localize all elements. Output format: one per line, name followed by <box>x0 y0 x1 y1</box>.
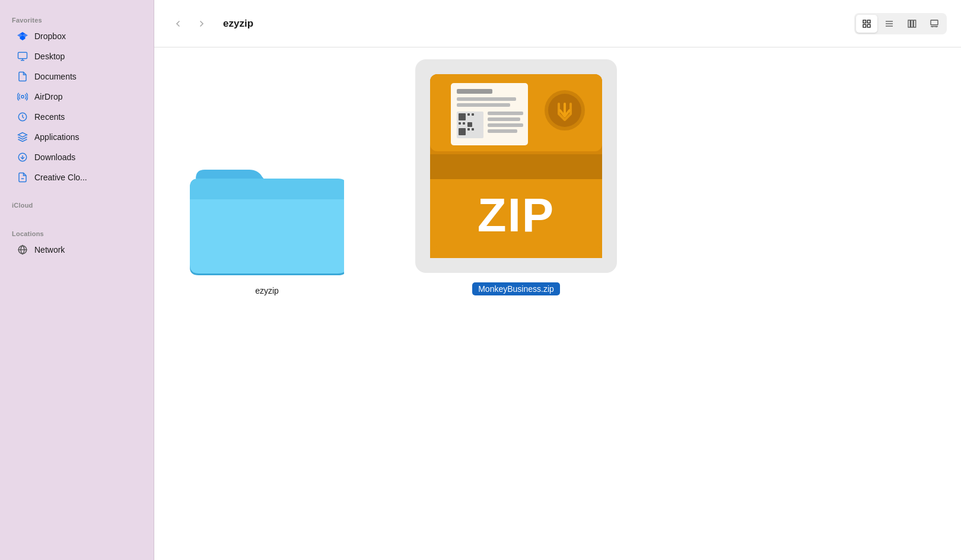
view-gallery-button[interactable] <box>924 15 945 33</box>
svg-rect-34 <box>459 113 466 120</box>
toolbar: ezyzip <box>154 0 961 47</box>
folder-label-ezyzip: ezyzip <box>255 286 279 295</box>
svg-rect-46 <box>488 129 517 133</box>
view-switcher <box>854 13 947 34</box>
sidebar-item-downloads[interactable]: Downloads <box>5 148 149 167</box>
sidebar-item-label-network: Network <box>34 245 65 254</box>
main-content: ezyzip <box>154 0 961 560</box>
sidebar-item-creative[interactable]: Creative Clo... <box>5 168 149 187</box>
svg-rect-10 <box>867 24 870 27</box>
files-grid: ezyzip <box>154 47 961 307</box>
svg-rect-45 <box>488 123 523 127</box>
airdrop-icon <box>17 91 28 103</box>
page-title: ezyzip <box>223 18 847 30</box>
svg-text:ZIP: ZIP <box>478 189 555 241</box>
svg-rect-41 <box>467 128 470 131</box>
sidebar-item-label-desktop: Desktop <box>34 52 65 61</box>
navigation-buttons <box>168 14 211 33</box>
svg-rect-44 <box>488 117 520 121</box>
sidebar-item-desktop[interactable]: Desktop <box>5 47 149 66</box>
svg-rect-42 <box>472 128 474 131</box>
folder-icon <box>190 146 344 276</box>
sidebar-item-label-airdrop: AirDrop <box>34 92 62 101</box>
svg-rect-14 <box>908 20 910 27</box>
svg-rect-38 <box>463 122 465 125</box>
sidebar-item-documents[interactable]: Documents <box>5 67 149 86</box>
svg-rect-39 <box>467 122 472 127</box>
svg-rect-32 <box>457 103 510 107</box>
zip-icon-wrap: ZIP <box>415 59 617 273</box>
svg-rect-36 <box>472 113 474 116</box>
downloads-icon <box>17 151 28 163</box>
sidebar-item-network[interactable]: Network <box>5 240 149 259</box>
recents-icon <box>17 111 28 123</box>
svg-rect-30 <box>457 89 492 94</box>
zip-file-label: MonkeyBusiness.zip <box>472 282 560 295</box>
svg-rect-35 <box>467 113 470 116</box>
sidebar-item-applications[interactable]: Applications <box>5 128 149 147</box>
view-grid-button[interactable] <box>856 15 877 33</box>
view-column-button[interactable] <box>901 15 922 33</box>
svg-rect-37 <box>459 122 461 125</box>
sidebar-item-label-creative: Creative Clo... <box>34 173 87 182</box>
sidebar-item-label-downloads: Downloads <box>34 152 75 162</box>
sidebar-item-label-applications: Applications <box>34 132 79 142</box>
folder-item-ezyzip[interactable]: ezyzip <box>190 146 344 295</box>
icloud-section-label: iCloud <box>0 195 154 211</box>
dropbox-icon <box>17 30 28 42</box>
sidebar-item-label-documents: Documents <box>34 72 77 81</box>
sidebar-item-label-recents: Recents <box>34 112 65 122</box>
svg-rect-0 <box>18 52 27 59</box>
documents-icon <box>17 71 28 82</box>
svg-rect-9 <box>863 24 866 27</box>
svg-rect-8 <box>867 20 870 23</box>
zip-item-monkeybusiness[interactable]: ZIP MonkeyBusiness.zip <box>415 59 617 295</box>
network-icon <box>17 244 28 256</box>
locations-section-label: Locations <box>0 223 154 240</box>
svg-rect-31 <box>457 97 516 101</box>
svg-point-1 <box>21 96 24 98</box>
svg-rect-16 <box>914 20 915 27</box>
svg-rect-17 <box>931 20 938 25</box>
sidebar: Favorites Dropbox Desktop <box>0 0 154 560</box>
svg-rect-25 <box>430 246 602 258</box>
sidebar-item-dropbox[interactable]: Dropbox <box>5 27 149 46</box>
applications-icon <box>17 131 28 143</box>
svg-rect-15 <box>911 20 913 27</box>
sidebar-item-label-dropbox: Dropbox <box>34 31 66 41</box>
sidebar-item-airdrop[interactable]: AirDrop <box>5 87 149 106</box>
desktop-icon <box>17 50 28 62</box>
svg-rect-7 <box>863 20 866 23</box>
svg-rect-40 <box>459 128 466 135</box>
back-button[interactable] <box>168 14 187 33</box>
svg-rect-23 <box>430 154 602 179</box>
sidebar-item-recents[interactable]: Recents <box>5 107 149 126</box>
view-list-button[interactable] <box>879 15 900 33</box>
svg-rect-43 <box>488 112 523 115</box>
forward-button[interactable] <box>192 14 211 33</box>
creative-icon <box>17 171 28 183</box>
favorites-section-label: Favorites <box>0 9 154 26</box>
